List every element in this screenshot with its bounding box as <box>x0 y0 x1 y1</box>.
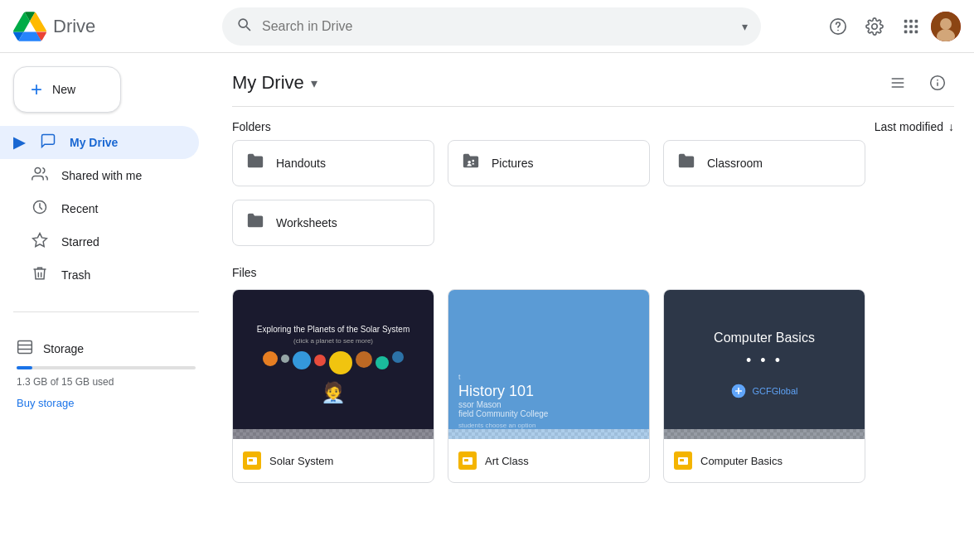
list-view-button[interactable] <box>881 66 914 99</box>
content-title: My Drive <box>232 72 304 94</box>
my-drive-chevron-icon[interactable]: ▾ <box>311 75 317 91</box>
file-card-art-class[interactable]: t History 101 ssor Mason field Community… <box>448 289 650 483</box>
folder-card-handouts[interactable]: Handouts <box>232 140 434 186</box>
folder-name-classroom: Classroom <box>707 157 763 170</box>
file-card-solar-system[interactable]: Exploring the Planets of the Solar Syste… <box>232 289 434 483</box>
sort-label[interactable]: Last modified <box>875 120 943 133</box>
svg-rect-5 <box>904 25 908 28</box>
svg-rect-4 <box>915 19 918 22</box>
folder-card-worksheets[interactable]: Worksheets <box>232 200 434 246</box>
svg-rect-20 <box>892 78 904 80</box>
slides-icon-computer <box>674 451 692 470</box>
starred-icon <box>31 232 48 253</box>
sidebar-item-trash[interactable]: Trash <box>0 258 199 292</box>
thumb-computer-title: Computer Basics <box>714 331 815 345</box>
file-thumbnail-solar-system: Exploring the Planets of the Solar Syste… <box>233 290 434 439</box>
sidebar-item-shared[interactable]: Shared with me <box>0 159 199 192</box>
folder-card-classroom[interactable]: Classroom <box>663 140 865 186</box>
search-bar[interactable]: ▾ <box>222 7 761 46</box>
file-bottom-computer: Computer Basics <box>664 439 865 482</box>
thumb-computer-dots: • • • <box>746 352 783 369</box>
folders-grid: Handouts Pictures Classroom <box>212 137 974 259</box>
storage-section: Storage 1.3 GB of 15 GB used Buy storage <box>0 326 212 422</box>
content-area: My Drive ▾ Folders Last modified ↓ <box>212 53 974 560</box>
file-name-computer: Computer Basics <box>700 455 783 467</box>
svg-rect-9 <box>909 30 913 33</box>
help-button[interactable] <box>821 10 855 43</box>
svg-rect-6 <box>909 25 913 28</box>
files-section-label: Files <box>212 259 974 286</box>
file-name-solar: Solar System <box>269 455 333 467</box>
folder-name-pictures: Pictures <box>492 157 534 170</box>
folder-name-worksheets: Worksheets <box>276 216 337 229</box>
search-icon <box>235 16 252 36</box>
info-button[interactable] <box>921 66 954 99</box>
svg-rect-8 <box>904 30 908 33</box>
svg-rect-3 <box>909 19 913 22</box>
svg-rect-34 <box>680 459 684 461</box>
svg-marker-16 <box>33 233 47 246</box>
thumb-solar-title: Exploring the Planets of the Solar Syste… <box>257 325 410 334</box>
thumb-art-title: History 101 <box>458 383 548 400</box>
slides-icon-solar <box>243 451 261 470</box>
nav-arrow-icon: ▶ <box>13 133 25 152</box>
my-drive-icon <box>40 133 56 153</box>
svg-rect-29 <box>249 459 253 461</box>
folders-section-label: Folders <box>232 120 271 133</box>
svg-point-14 <box>35 167 41 173</box>
plus-icon: + <box>31 80 42 99</box>
svg-point-27 <box>472 160 474 162</box>
sidebar-item-recent[interactable]: Recent <box>0 192 199 225</box>
folder-icon-worksheets <box>246 211 264 234</box>
files-grid: Exploring the Planets of the Solar Syste… <box>212 286 974 496</box>
thumb-computer-logo: GCFGlobal <box>752 386 797 396</box>
avatar[interactable] <box>931 12 961 41</box>
buy-storage-link[interactable]: Buy storage <box>17 397 74 409</box>
topbar-actions <box>821 10 961 43</box>
storage-bar-fill <box>17 366 32 369</box>
shared-icon <box>31 166 48 186</box>
storage-icon <box>17 339 33 358</box>
recent-icon <box>31 199 48 220</box>
header-divider <box>232 106 954 107</box>
thumb-solar-sub: (click a planet to see more) <box>293 337 373 345</box>
svg-rect-21 <box>892 82 904 84</box>
file-thumbnail-art-class: t History 101 ssor Mason field Community… <box>448 290 649 439</box>
new-button-label: New <box>52 83 75 96</box>
svg-rect-31 <box>464 459 468 461</box>
settings-button[interactable] <box>858 10 891 43</box>
slides-icon-art <box>458 451 477 470</box>
svg-rect-7 <box>915 25 918 28</box>
app-name: Drive <box>53 16 95 37</box>
sidebar-item-label-starred: Starred <box>61 235 99 249</box>
storage-bar-background <box>17 366 196 369</box>
storage-text: 1.3 GB of 15 GB used <box>17 376 196 388</box>
search-chevron-down-icon[interactable]: ▾ <box>742 20 748 33</box>
svg-point-12 <box>940 18 952 30</box>
storage-label: Storage <box>43 342 84 355</box>
logo-area: Drive <box>13 10 212 43</box>
trash-icon <box>31 265 48 286</box>
folder-icon-handouts <box>246 152 264 175</box>
file-thumbnail-computer-basics: Computer Basics • • • GCFGlobal <box>664 290 865 439</box>
folder-icon-classroom <box>677 152 695 175</box>
search-input[interactable] <box>262 19 732 34</box>
file-name-art: Art Class <box>485 455 529 467</box>
folder-card-pictures[interactable]: Pictures <box>448 140 650 186</box>
file-card-computer-basics[interactable]: Computer Basics • • • GCFGlobal Computer… <box>663 289 865 483</box>
apps-button[interactable] <box>894 10 928 43</box>
file-bottom-art: Art Class <box>448 439 649 482</box>
sidebar-item-my-drive[interactable]: ▶ My Drive <box>0 126 199 159</box>
svg-rect-10 <box>915 30 918 33</box>
file-bottom-solar: Solar System <box>233 439 434 482</box>
svg-rect-22 <box>892 86 904 88</box>
svg-point-1 <box>838 30 839 31</box>
content-header: My Drive ▾ <box>212 53 974 106</box>
sidebar: + New ▶ My Drive Shared with me Recent <box>0 53 212 560</box>
sort-arrow-icon: ↓ <box>948 120 954 133</box>
new-button[interactable]: + New <box>13 66 121 113</box>
google-drive-logo-icon <box>13 10 46 43</box>
folder-name-handouts: Handouts <box>276 157 326 170</box>
sidebar-item-starred[interactable]: Starred <box>0 225 199 258</box>
topbar: Drive ▾ <box>0 0 974 53</box>
